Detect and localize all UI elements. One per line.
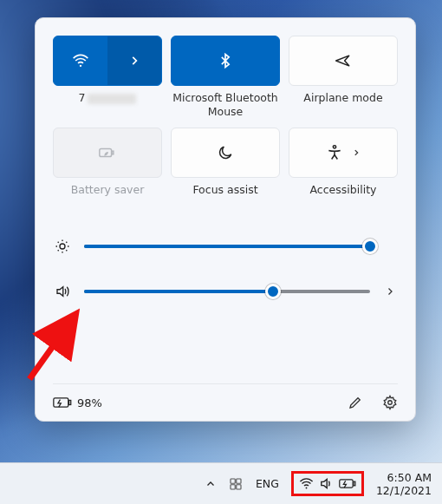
svg-point-4 <box>60 244 65 249</box>
battery-saver-tile <box>53 128 162 178</box>
wifi-icon <box>72 52 89 69</box>
bluetooth-icon <box>217 52 234 69</box>
system-tray-highlighted[interactable] <box>291 471 364 496</box>
battery-percent: 98% <box>77 396 102 409</box>
battery-leaf-icon <box>98 144 117 161</box>
language-indicator[interactable]: ENG <box>256 477 279 490</box>
brightness-icon <box>53 239 72 254</box>
volume-expand[interactable] <box>382 286 398 297</box>
quick-settings-panel: 7 Microsoft Bluetooth Mouse Airplane mod… <box>35 17 416 422</box>
bluetooth-label: Microsoft Bluetooth Mouse <box>171 91 280 119</box>
svg-point-7 <box>388 401 393 405</box>
svg-rect-13 <box>237 484 241 488</box>
edit-button[interactable] <box>348 395 363 410</box>
svg-rect-2 <box>112 151 114 154</box>
focus-assist-label: Focus assist <box>192 183 257 211</box>
accessibility-label: Accessibility <box>310 183 377 211</box>
tray-battery-icon <box>339 478 356 489</box>
airplane-tile[interactable] <box>289 36 398 86</box>
accessibility-tile[interactable] <box>289 128 398 178</box>
volume-icon <box>53 284 72 299</box>
svg-rect-15 <box>340 480 353 488</box>
svg-point-14 <box>305 488 307 489</box>
svg-point-3 <box>333 146 335 148</box>
battery-charging-icon <box>53 396 72 409</box>
chevron-right-icon <box>128 55 140 67</box>
wifi-tile[interactable] <box>53 36 162 86</box>
taskbar-clock[interactable]: 6:50 AM 12/1/2021 <box>376 471 432 497</box>
svg-point-0 <box>80 65 81 67</box>
battery-saver-label: Battery saver <box>71 183 145 211</box>
moon-icon <box>217 144 234 161</box>
svg-rect-5 <box>54 398 68 407</box>
taskbar: ENG 6:50 AM 12/1/2021 <box>0 462 442 504</box>
volume-slider[interactable] <box>53 284 398 299</box>
wifi-expand[interactable] <box>107 36 161 85</box>
taskbar-time: 6:50 AM <box>376 471 432 484</box>
battery-status[interactable]: 98% <box>53 396 102 409</box>
accessibility-icon <box>326 144 343 161</box>
settings-button[interactable] <box>382 395 398 410</box>
svg-rect-11 <box>237 479 241 483</box>
airplane-label: Airplane mode <box>303 91 382 119</box>
teams-icon[interactable] <box>228 476 244 492</box>
chevron-right-icon <box>352 148 361 157</box>
svg-rect-10 <box>231 479 235 483</box>
taskbar-date: 12/1/2021 <box>376 484 432 497</box>
svg-rect-16 <box>354 481 355 486</box>
focus-assist-tile[interactable] <box>171 128 280 178</box>
tray-wifi-icon <box>299 476 314 491</box>
airplane-icon <box>335 52 352 69</box>
tray-overflow-chevron[interactable] <box>205 479 216 489</box>
svg-rect-12 <box>231 484 235 488</box>
svg-rect-6 <box>69 400 71 404</box>
bluetooth-tile[interactable] <box>171 36 280 86</box>
wifi-label: 7 <box>79 91 137 119</box>
brightness-slider[interactable] <box>53 239 398 254</box>
wifi-toggle[interactable] <box>54 36 107 85</box>
tray-volume-icon <box>319 476 334 491</box>
